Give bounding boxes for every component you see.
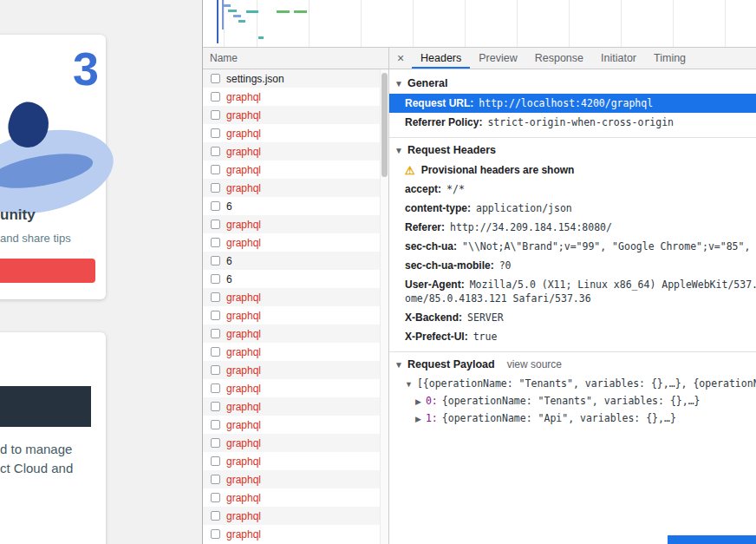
request-row[interactable]: graphql	[203, 215, 380, 233]
tab-initiator[interactable]: Initiator	[592, 48, 645, 69]
header-row[interactable]: accept:*/*	[389, 180, 756, 199]
request-row[interactable]: graphql	[203, 434, 380, 452]
community-card: 3 unity and share tips	[0, 35, 106, 299]
header-value: ?0	[499, 259, 512, 272]
section-request-headers[interactable]: ▼ Request Headers	[389, 140, 756, 161]
waterfall-mark	[294, 10, 307, 13]
close-icon[interactable]: ×	[389, 48, 412, 69]
request-row[interactable]: graphql	[203, 324, 380, 343]
request-name: graphql	[226, 219, 261, 231]
payload-root-text: [{operationName: "Tenants", variables: {…	[417, 377, 756, 390]
request-row[interactable]: graphql	[203, 361, 380, 379]
tab-response[interactable]: Response	[526, 48, 592, 69]
request-row[interactable]: 6	[203, 252, 380, 270]
view-source-link[interactable]: view source	[507, 358, 562, 370]
section-general[interactable]: ▼ General	[389, 73, 756, 94]
tab-timing[interactable]: Timing	[645, 48, 694, 69]
header-name: Referer:	[405, 221, 445, 233]
request-row[interactable]: graphql	[203, 106, 380, 124]
header-value: true	[473, 331, 498, 343]
request-list-scrollbar[interactable]	[380, 69, 388, 544]
payload-item[interactable]: ▶0:{operationName: "Tenants", variables:…	[389, 392, 756, 410]
request-row[interactable]: graphql	[203, 161, 380, 179]
request-name: graphql	[226, 456, 261, 468]
file-icon	[211, 493, 220, 502]
card-image	[0, 386, 91, 427]
request-row[interactable]: settings.json	[203, 69, 380, 88]
referrer-policy-row[interactable]: Referrer Policy:strict-origin-when-cross…	[389, 113, 756, 132]
request-row[interactable]: graphql	[203, 343, 380, 361]
header-row[interactable]: content-type:application/json	[389, 199, 756, 218]
file-icon	[211, 402, 220, 411]
request-name: graphql	[226, 109, 261, 121]
request-url-row[interactable]: Request URL:http://localhost:4200/graphq…	[389, 94, 756, 113]
file-icon	[211, 183, 220, 193]
header-row[interactable]: sec-ch-ua:"\\Not;A\"Brand";v="99", "Goog…	[389, 237, 756, 256]
header-name: sec-ch-ua-mobile:	[405, 259, 494, 272]
card-action-button[interactable]	[0, 259, 95, 283]
payload-root[interactable]: ▼[{operationName: "Tenants", variables: …	[389, 375, 756, 392]
request-row[interactable]: graphql	[203, 233, 380, 252]
file-icon	[211, 92, 220, 102]
section-request-payload[interactable]: ▼ Request Payload view source	[389, 354, 756, 375]
request-row[interactable]: 6	[203, 270, 380, 288]
network-request-list: Name settings.json graphql graphql graph…	[203, 48, 389, 544]
request-row[interactable]: graphql	[203, 288, 380, 306]
file-icon	[211, 201, 220, 211]
referrer-policy-value: strict-origin-when-cross-origin	[487, 116, 674, 128]
name-column-header[interactable]: Name	[203, 48, 388, 69]
header-row[interactable]: Referer:http://34.209.184.154:8080/	[389, 218, 756, 237]
request-row[interactable]: graphql	[203, 397, 380, 416]
header-value: "\\Not;A\"Brand";v="99", "Google Chrome"…	[462, 240, 756, 252]
request-row[interactable]: graphql	[203, 470, 380, 488]
waterfall-mark	[246, 10, 258, 13]
request-row[interactable]: graphql	[203, 488, 380, 507]
payload-value: {operationName: "Api", variables: {},…}	[442, 412, 676, 424]
header-row[interactable]: User-Agent:Mozilla/5.0 (X11; Linux x86_6…	[389, 275, 756, 308]
header-row[interactable]: sec-ch-ua-mobile:?0	[389, 256, 756, 275]
request-row[interactable]: graphql	[203, 379, 380, 397]
header-row[interactable]: X-Backend:SERVER	[389, 308, 756, 327]
request-row[interactable]: graphql	[203, 416, 380, 434]
file-icon	[211, 511, 220, 521]
caret-down-icon: ▼	[394, 146, 403, 155]
request-row[interactable]: graphql	[203, 525, 380, 543]
details-tabbar: × Headers Preview Response Initiator Tim…	[389, 48, 756, 69]
request-rows: settings.json graphql graphql graphql gr…	[203, 69, 380, 544]
file-icon	[211, 347, 220, 357]
section-title: General	[407, 77, 448, 89]
request-name: graphql	[226, 164, 261, 176]
file-icon	[211, 438, 220, 448]
request-row[interactable]: graphql	[203, 124, 380, 142]
card-big-number: 3	[73, 42, 99, 95]
header-name: content-type:	[405, 202, 471, 214]
request-name: graphql	[226, 182, 261, 194]
request-url-label: Request URL:	[405, 97, 473, 109]
file-icon	[211, 529, 220, 539]
request-name: 6	[226, 200, 232, 213]
network-overview-strip[interactable]	[203, 0, 756, 48]
divider	[389, 351, 756, 352]
card-text-line: ct Cloud and	[0, 461, 73, 475]
scrollbar-thumb[interactable]	[381, 73, 388, 177]
request-row[interactable]: graphql	[203, 306, 380, 324]
request-name: graphql	[226, 401, 261, 413]
header-value: application/json	[476, 202, 572, 214]
tab-headers[interactable]: Headers	[412, 48, 470, 69]
request-name: 6	[226, 273, 232, 285]
waterfall-mark	[224, 4, 231, 7]
request-row[interactable]: 6	[203, 197, 380, 215]
waterfall-mark	[233, 15, 241, 17]
header-name: sec-ch-ua:	[405, 240, 457, 252]
request-row[interactable]: graphql	[203, 142, 380, 161]
request-row[interactable]: graphql	[203, 179, 380, 197]
request-row[interactable]: graphql	[203, 507, 380, 525]
bottom-blue-bar	[668, 535, 756, 544]
payload-item[interactable]: ▶1:{operationName: "Api", variables: {},…	[389, 410, 756, 427]
header-row[interactable]: X-Prefect-UI:true	[389, 327, 756, 346]
request-row[interactable]: graphql	[203, 452, 380, 470]
tab-preview[interactable]: Preview	[470, 48, 525, 69]
request-row[interactable]: graphql	[203, 88, 380, 106]
request-name: 6	[226, 255, 232, 267]
payload-value: {operationName: "Tenants", variables: {}…	[442, 395, 701, 407]
